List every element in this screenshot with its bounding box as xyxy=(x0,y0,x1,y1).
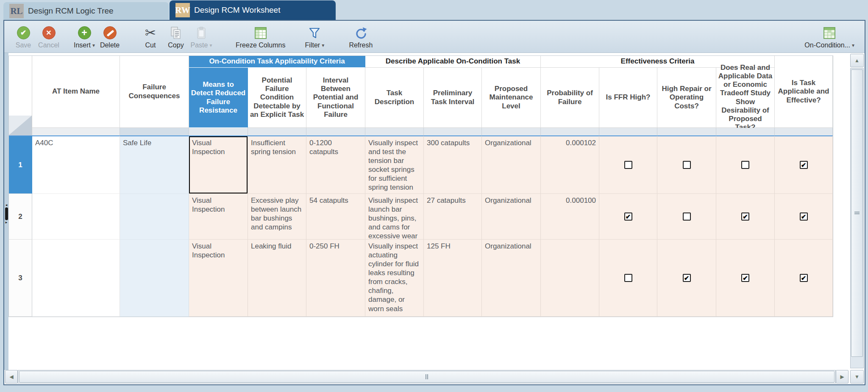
insert-button[interactable]: + Insert▾ xyxy=(73,22,96,52)
checkbox-high-repair-costs[interactable] xyxy=(683,161,691,169)
column-header-potential-failure-condition[interactable]: Potential Failure Condition Detectable b… xyxy=(248,68,306,128)
toolbar: ✔ Save ✕ Cancel + Insert▾ Delete ✂ Cut xyxy=(4,21,865,53)
cut-button[interactable]: ✂ Cut xyxy=(139,22,162,52)
checkbox-is-task-applicable[interactable]: ✔ xyxy=(800,161,808,169)
cell-interval-between[interactable]: 54 catapults xyxy=(306,194,365,240)
cell-task-description[interactable]: Visually inspect actuating cylinder for … xyxy=(365,240,424,317)
cell-means-to-detect[interactable]: Visual Inspection xyxy=(189,194,248,240)
cell-failure-consequences[interactable]: Safe Life xyxy=(120,135,189,194)
insert-plus-icon: + xyxy=(78,26,91,39)
tab-design-rcm-logic-tree[interactable]: RL Design RCM Logic Tree xyxy=(3,2,169,20)
checkbox-is-ffr-high[interactable] xyxy=(624,161,632,169)
cell-failure-consequences[interactable] xyxy=(120,194,189,240)
cell-high-repair-costs xyxy=(657,194,716,240)
checkbox-is-ffr-high[interactable] xyxy=(624,274,632,282)
column-header-high-repair-costs[interactable]: High Repair or Operating Costs? xyxy=(657,68,716,128)
column-header-interval-between[interactable]: Interval Between Potential and Functiona… xyxy=(306,68,365,128)
tab-design-rcm-worksheet[interactable]: RW Design RCM Worksheet xyxy=(170,0,336,20)
cell-means-to-detect[interactable]: Visual Inspection xyxy=(189,240,248,317)
cell-probability-of-failure[interactable]: 0.000100 xyxy=(541,194,599,240)
cell-does-real-data xyxy=(716,135,775,194)
checkbox-is-task-applicable[interactable]: ✔ xyxy=(800,213,808,221)
scroll-right-button[interactable]: ▶ xyxy=(836,370,849,384)
cell-high-repair-costs: ✔ xyxy=(657,240,716,317)
cell-task-description[interactable]: Visually inspect launch bar bushings, pi… xyxy=(365,194,424,240)
cell-potential-failure-condition[interactable]: Excessive play between launch bar bushin… xyxy=(248,194,306,240)
cell-probability-of-failure[interactable] xyxy=(541,240,599,317)
cell-preliminary-task-interval[interactable]: 27 catapults xyxy=(424,194,482,240)
strip-cell xyxy=(424,128,482,135)
view-selector-button[interactable]: On-Condition...▾ xyxy=(804,22,854,52)
copy-icon xyxy=(170,25,182,41)
cell-is-task-applicable: ✔ xyxy=(775,135,833,194)
horizontal-scroll-track[interactable] xyxy=(18,370,836,384)
checkbox-high-repair-costs[interactable] xyxy=(683,213,691,221)
checkbox-does-real-data[interactable]: ✔ xyxy=(741,274,749,282)
cell-at-item-name[interactable] xyxy=(32,240,120,317)
vertical-scrollbar[interactable]: ▲ ▼ xyxy=(850,54,864,384)
checkbox-high-repair-costs[interactable]: ✔ xyxy=(683,274,691,282)
freeze-columns-table-icon xyxy=(254,25,267,41)
delete-button[interactable]: Delete xyxy=(98,22,121,52)
checkbox-does-real-data[interactable] xyxy=(741,161,749,169)
strip-cell xyxy=(716,128,775,135)
filter-button[interactable]: Filter▾ xyxy=(303,22,326,52)
splitter-grip xyxy=(5,207,8,220)
thumb-grip-icon xyxy=(854,212,860,214)
strip-cell xyxy=(657,128,716,135)
worksheet-tab-icon: RW xyxy=(175,3,190,17)
column-header-probability-of-failure[interactable]: Probability of Failure xyxy=(541,68,599,128)
cell-preliminary-task-interval[interactable]: 125 FH xyxy=(424,240,482,317)
copy-button[interactable]: Copy xyxy=(164,22,187,52)
checkbox-is-ffr-high[interactable]: ✔ xyxy=(624,213,632,221)
cell-at-item-name[interactable] xyxy=(32,194,120,240)
column-header-is-ffr-high[interactable]: Is FFR High? xyxy=(599,68,657,128)
collapse-left-icon: ◂ xyxy=(6,203,8,207)
cell-at-item-name[interactable]: A40C xyxy=(32,135,120,194)
cell-interval-between[interactable]: 0-1200 catapults xyxy=(306,135,365,194)
vertical-scroll-track[interactable] xyxy=(850,68,864,368)
cell-probability-of-failure[interactable]: 0.000102 xyxy=(541,135,599,194)
dropdown-arrow-icon: ▾ xyxy=(852,42,854,48)
checkbox-does-real-data[interactable]: ✔ xyxy=(741,213,749,221)
select-all-corner[interactable] xyxy=(9,56,32,135)
cell-preliminary-task-interval[interactable]: 300 catapults xyxy=(424,135,482,194)
pane-splitter-handle[interactable]: ◂ ▸ xyxy=(3,202,9,226)
cell-interval-between[interactable]: 0-250 FH xyxy=(306,240,365,317)
column-header-is-task-applicable[interactable]: Is Task Applicable and Effective? xyxy=(775,56,833,128)
cell-is-ffr-high: ✔ xyxy=(599,194,657,240)
strip-cell xyxy=(306,128,365,135)
column-header-does-real-data[interactable]: Does Real and Applicable Data or Economi… xyxy=(716,68,775,128)
row-header-3[interactable]: 3 xyxy=(9,240,32,317)
cell-failure-consequences[interactable] xyxy=(120,240,189,317)
tab-label: Design RCM Logic Tree xyxy=(28,6,114,16)
cell-is-task-applicable: ✔ xyxy=(775,194,833,240)
cell-task-description[interactable]: Visually inspect and test the tension ba… xyxy=(365,135,424,194)
column-header-failure-consequences[interactable]: Failure Consequences xyxy=(120,56,189,128)
checkbox-is-task-applicable[interactable]: ✔ xyxy=(800,274,808,282)
column-header-means-to-detect[interactable]: Means to Detect Reduced Failure Resistan… xyxy=(189,68,248,128)
cell-proposed-maintenance-level[interactable]: Organizational xyxy=(482,240,541,317)
scroll-down-button[interactable]: ▼ xyxy=(850,370,864,384)
cell-is-task-applicable: ✔ xyxy=(775,240,833,317)
horizontal-scrollbar[interactable]: ◀ ▶ xyxy=(5,370,849,384)
scroll-up-button[interactable]: ▲ xyxy=(850,54,864,67)
column-header-preliminary-task-interval[interactable]: Preliminary Task Interval xyxy=(424,68,482,128)
scroll-left-button[interactable]: ◀ xyxy=(5,370,18,384)
column-header-proposed-maintenance-level[interactable]: Proposed Maintenance Level xyxy=(482,68,541,128)
left-arrow-icon: ◀ xyxy=(9,374,13,380)
row-header-1[interactable]: 1 xyxy=(9,135,32,194)
horizontal-scroll-thumb[interactable] xyxy=(19,371,835,383)
row-header-2[interactable]: 2 xyxy=(9,194,32,240)
scissors-icon: ✂ xyxy=(145,26,156,39)
vertical-scroll-thumb[interactable] xyxy=(851,69,863,357)
cell-means-to-detect-selected[interactable]: Visual Inspection xyxy=(189,135,248,194)
refresh-button[interactable]: Refresh xyxy=(349,22,373,52)
cell-potential-failure-condition[interactable]: Leaking fluid xyxy=(248,240,306,317)
cell-potential-failure-condition[interactable]: Insufficient spring tension xyxy=(248,135,306,194)
column-header-task-description[interactable]: Task Description xyxy=(365,68,424,128)
column-header-at-item-name[interactable]: AT Item Name xyxy=(32,56,120,128)
cell-proposed-maintenance-level[interactable]: Organizational xyxy=(482,135,541,194)
freeze-columns-button[interactable]: Freeze Columns xyxy=(236,22,285,52)
cell-proposed-maintenance-level[interactable]: Organizational xyxy=(482,194,541,240)
